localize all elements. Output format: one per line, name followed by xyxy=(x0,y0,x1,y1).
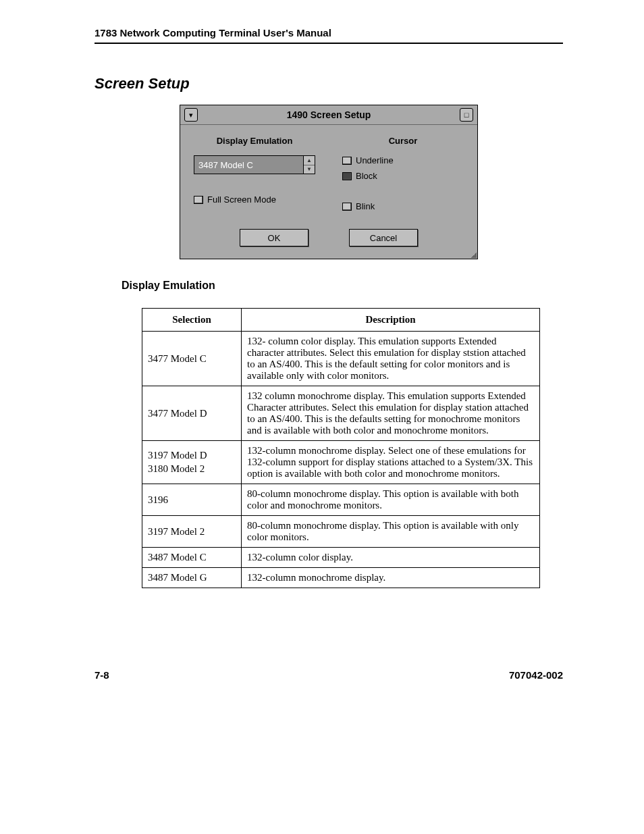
spin-down-icon[interactable]: ▼ xyxy=(304,165,315,174)
display-emulation-combo[interactable]: 3487 Model C ▲ ▼ xyxy=(194,155,315,174)
description-cell: 80-column monochrome display. This optio… xyxy=(242,484,540,516)
blink-checkbox[interactable]: Blink xyxy=(342,201,464,211)
table-row: 3487 Model C 132-column color display. xyxy=(142,548,540,568)
description-cell: 132 column monochrome display. This emul… xyxy=(242,386,540,441)
spin-up-icon[interactable]: ▲ xyxy=(304,156,315,165)
selection-cell: 3487 Model G xyxy=(142,568,242,588)
dialog-title: 1490 Screen Setup xyxy=(198,109,460,120)
section-title: Screen Setup xyxy=(95,75,563,93)
ok-button[interactable]: OK xyxy=(240,229,308,246)
emulation-table: Selection Description 3477 Model C 132- … xyxy=(142,308,540,588)
display-emulation-group: Display Emulation 3487 Model C ▲ ▼ Full … xyxy=(194,136,315,217)
description-cell: 132- column color display. This emulatio… xyxy=(242,332,540,386)
doc-number: 707042-002 xyxy=(509,669,563,681)
selection-cell: 3477 Model D xyxy=(142,386,242,441)
titlebar: ▾ 1490 Screen Setup □ xyxy=(180,105,477,125)
col-description: Description xyxy=(242,309,540,332)
display-emulation-label: Display Emulation xyxy=(194,136,315,146)
description-cell: 132-column monochrome display. Select on… xyxy=(242,441,540,484)
cursor-label: Cursor xyxy=(342,136,464,146)
underline-checkbox[interactable]: Underline xyxy=(342,155,464,165)
selection-cell: 3196 xyxy=(142,484,242,516)
table-row: 3477 Model D 132 column monochrome displ… xyxy=(142,386,540,441)
resize-grip-icon[interactable] xyxy=(470,251,477,258)
checkbox-icon xyxy=(342,172,352,180)
maximize-icon[interactable]: □ xyxy=(460,108,473,122)
cursor-group: Cursor Underline Block Blink xyxy=(342,136,464,217)
blink-label: Blink xyxy=(356,201,375,211)
page-footer: 7-8 707042-002 xyxy=(95,669,563,681)
checkbox-icon xyxy=(342,203,352,211)
selection-cell: 3477 Model C xyxy=(142,332,242,386)
table-row: 3197 Model 2 80-column monochrome displa… xyxy=(142,516,540,548)
selection-cell: 3197 Model 2 xyxy=(142,516,242,548)
display-emulation-value: 3487 Model C xyxy=(194,156,303,174)
selection-cell: 3487 Model C xyxy=(142,548,242,568)
block-label: Block xyxy=(356,171,377,181)
block-checkbox[interactable]: Block xyxy=(342,171,464,181)
running-header: 1783 Network Computing Terminal User's M… xyxy=(95,27,563,44)
screen-setup-dialog: ▾ 1490 Screen Setup □ Display Emulation … xyxy=(180,105,478,259)
checkbox-icon xyxy=(342,157,352,165)
underline-label: Underline xyxy=(356,155,394,165)
combo-spinner[interactable]: ▲ ▼ xyxy=(303,156,315,174)
table-row: 3487 Model G 132-column monochrome displ… xyxy=(142,568,540,588)
table-row: 3196 80-column monochrome display. This … xyxy=(142,484,540,516)
window-menu-icon[interactable]: ▾ xyxy=(184,108,198,122)
description-cell: 132-column monochrome display. xyxy=(242,568,540,588)
full-screen-checkbox[interactable]: Full Screen Mode xyxy=(194,194,315,205)
cancel-button[interactable]: Cancel xyxy=(349,229,418,246)
table-row: 3477 Model C 132- column color display. … xyxy=(142,332,540,386)
full-screen-label: Full Screen Mode xyxy=(207,194,276,205)
description-cell: 132-column color display. xyxy=(242,548,540,568)
table-row: 3197 Model D 3180 Model 2 132-column mon… xyxy=(142,441,540,484)
col-selection: Selection xyxy=(142,309,242,332)
description-cell: 80-column monochrome display. This optio… xyxy=(242,516,540,548)
page-number: 7-8 xyxy=(95,669,109,681)
selection-cell: 3197 Model D 3180 Model 2 xyxy=(142,441,242,484)
checkbox-icon xyxy=(194,196,203,204)
display-emulation-heading: Display Emulation xyxy=(122,280,563,292)
